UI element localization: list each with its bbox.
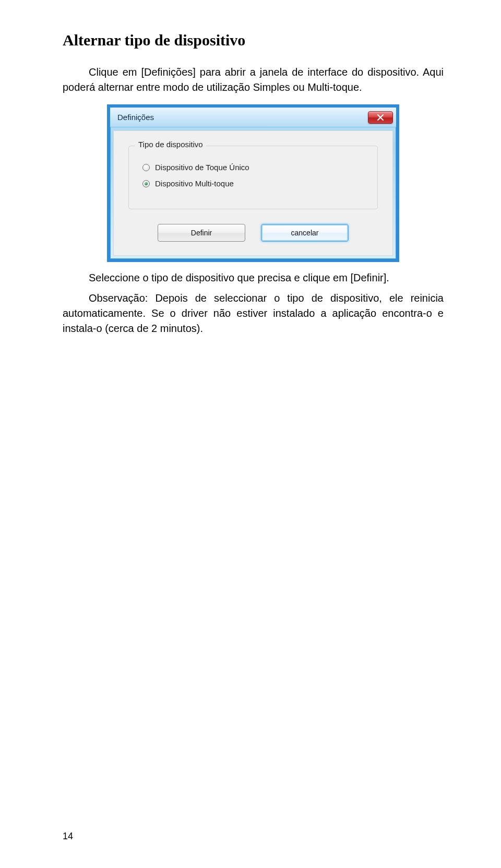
dialog-body: Tipo de dispositivo Dispositivo de Toque… xyxy=(113,130,393,256)
paragraph-intro: Clique em [Definições] para abrir a jane… xyxy=(63,65,444,95)
radio-option-multi-touch[interactable]: Dispositivo Multi-toque xyxy=(142,179,366,188)
group-legend: Tipo de dispositivo xyxy=(135,140,206,149)
settings-dialog: Definições Tipo de dispositivo Dispositi… xyxy=(107,104,399,262)
radio-label: Dispositivo de Toque Único xyxy=(155,163,249,172)
dialog-title: Definições xyxy=(117,113,154,122)
radio-option-single-touch[interactable]: Dispositivo de Toque Único xyxy=(142,163,366,172)
dialog-figure: Definições Tipo de dispositivo Dispositi… xyxy=(63,104,444,262)
close-button[interactable] xyxy=(368,111,393,124)
paragraph-note: Observação: Depois de seleccionar o tipo… xyxy=(63,291,444,336)
radio-icon xyxy=(142,180,150,187)
close-icon xyxy=(377,114,384,121)
radio-label: Dispositivo Multi-toque xyxy=(155,179,234,188)
cancel-button[interactable]: cancelar xyxy=(261,224,349,242)
section-heading: Alternar tipo de dispositivo xyxy=(63,31,444,49)
paragraph-select: Seleccione o tipo de dispositivo que pre… xyxy=(63,270,444,286)
dialog-titlebar: Definições xyxy=(110,108,396,127)
define-button[interactable]: Definir xyxy=(158,224,245,242)
dialog-button-row: Definir cancelar xyxy=(128,224,378,242)
device-type-group: Tipo de dispositivo Dispositivo de Toque… xyxy=(128,146,378,209)
page-number: 14 xyxy=(63,831,73,842)
radio-icon xyxy=(142,164,150,171)
